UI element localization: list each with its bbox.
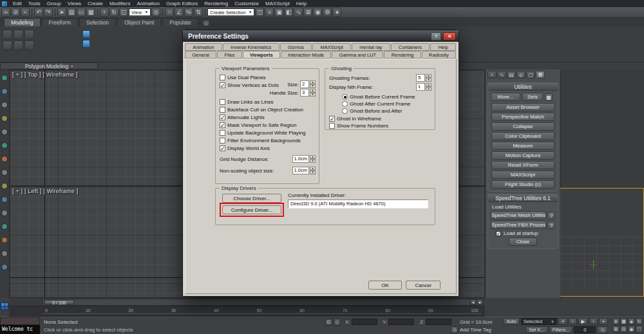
menu-group[interactable]: Group [43,0,64,7]
menu-tools[interactable]: Tools [25,0,44,7]
absolute-offset-toggle-icon[interactable]: ◇ [334,319,341,326]
menu-edit[interactable]: Edit [10,0,25,7]
angle-snap-icon[interactable]: ∠ [175,8,184,17]
window-crossing-icon[interactable]: ▦ [86,8,95,17]
ghost-in-wireframe-checkbox[interactable] [329,116,335,122]
render-setup-icon[interactable]: ⚙ [323,8,332,17]
left-toolbar-icon[interactable] [1,102,8,108]
motion-capture-button[interactable]: Motion Capture [491,151,554,160]
viewport-left-label[interactable]: [ + ] [ Left ] [ Wireframe ] [12,188,78,194]
attenuate-lights-checkbox[interactable] [220,115,225,120]
viewport-top-label[interactable]: [ + ] [ Top ] [ Wireframe ] [12,71,78,78]
perspective-match-button[interactable]: Perspective Match [491,113,554,121]
reset-xform-button[interactable]: Reset XForm [491,161,554,169]
left-toolbar-icon[interactable] [1,183,8,189]
left-toolbar-icon[interactable] [1,129,8,135]
select-and-move-icon[interactable]: + [100,8,109,17]
tab-files[interactable]: Files [217,51,242,59]
select-and-link-icon[interactable]: ∞ [1,8,10,17]
ghost-after-current-frame-radio[interactable] [342,101,348,107]
play-icon[interactable]: ▶ [578,318,589,325]
tab-animation[interactable]: Animation [185,43,222,51]
ribbon-tab-freeform[interactable]: Freeform [42,18,78,26]
reference-coordinate-dropdown[interactable]: View▼ [129,8,151,16]
current-frame-field[interactable]: 0 [574,326,596,333]
previous-frame-icon[interactable]: ‹ [569,318,577,325]
y-field[interactable] [388,319,414,325]
left-toolbar-icon[interactable] [1,169,8,176]
zoom-region-icon[interactable]: ⊞ [612,326,620,333]
ghost-before-current-frame-radio[interactable] [342,94,348,100]
speedtree-fbx-processor-button[interactable]: SpeedTree FBX Processor [491,221,546,229]
render-production-icon[interactable]: ● [332,8,341,17]
schematic-view-icon[interactable]: ⊞ [303,8,312,17]
spinner-snap-icon[interactable]: ⇅ [194,8,203,17]
maximize-viewport-icon[interactable]: ⬚ [636,326,643,333]
display-tab-icon[interactable]: ▢ [526,71,535,79]
left-toolbar-icon[interactable] [1,250,8,257]
next-frame-icon[interactable]: › [589,318,598,325]
select-by-name-icon[interactable]: ▤ [67,8,76,17]
more-button[interactable]: More... [491,93,520,101]
app-icon[interactable] [2,1,7,6]
ribbon-tab-modeling[interactable]: Modeling [4,18,41,26]
ribbon-button[interactable] [24,41,34,50]
undo-icon[interactable]: ↶ [34,8,43,17]
mirror-icon[interactable]: ◫ [255,8,264,17]
speedtree-rollout-header[interactable]: SpeedTree Utilities 6.1 [488,194,558,202]
backface-cull-checkbox[interactable] [220,107,225,113]
selection-lock-icon[interactable]: ⊡ [325,319,332,326]
select-object-icon[interactable]: ➤ [57,8,66,17]
ribbon-button[interactable] [24,30,34,39]
bind-to-space-warp-icon[interactable]: ≈ [21,8,30,17]
track-bar[interactable]: 0 10 20 30 40 50 60 70 80 90 100 [9,306,485,317]
menu-create[interactable]: Create [84,0,106,7]
motion-tab-icon[interactable]: ◎ [516,71,526,79]
close-button[interactable]: Close [509,237,537,246]
dialog-titlebar[interactable]: Preference Settings ? ✕ [183,30,459,42]
help-icon[interactable]: ? [431,32,441,41]
help-icon[interactable]: ? [547,221,555,229]
clock-icon[interactable]: ◷ [451,326,458,333]
create-tab-icon[interactable]: + [488,71,497,79]
percent-snap-icon[interactable]: % [184,8,193,17]
menu-customize[interactable]: Customize [231,0,262,7]
z-field[interactable] [426,319,451,325]
utilities-tab-icon[interactable]: ⚙ [536,71,545,79]
use-dual-planes-checkbox[interactable] [220,75,225,80]
modify-tab-icon[interactable]: ∿ [497,71,506,79]
tab-gamma-lut[interactable]: Gamma and LUT [332,51,383,59]
left-toolbar-icon[interactable] [1,237,8,243]
tab-inverse-kinematics[interactable]: Inverse Kinematics [223,43,279,51]
display-nth-frame-spinner[interactable]: 1▲▼ [416,83,431,91]
zoom-extents-icon[interactable]: ◈ [628,318,635,325]
x-field[interactable] [352,319,377,325]
next-frame-icon[interactable]: ► [477,299,483,305]
set-key-button[interactable]: Set K... [526,326,548,333]
menu-rendering[interactable]: Rendering [201,0,231,7]
nonscaling-object-size-spinner[interactable]: 1.0cm▲▼ [292,167,316,174]
ribbon-button[interactable] [14,41,23,50]
viewport-layout-icon[interactable] [1,302,8,310]
tab-rendering[interactable]: Rendering [384,51,421,59]
time-slider-track[interactable]: 0 / 100 [43,299,478,306]
left-toolbar-icon[interactable] [1,196,8,203]
go-to-start-icon[interactable]: « [558,318,567,325]
grid-nudge-spinner[interactable]: 1.0cm▲▼ [292,155,316,163]
update-background-checkbox[interactable] [220,130,225,136]
ribbon-toggle-icon[interactable]: ◧ [284,8,293,17]
color-clipboard-button[interactable]: Color Clipboard [491,132,554,140]
add-time-tag[interactable]: Add Time Tag [460,327,491,333]
select-and-rotate-icon[interactable]: ↻ [109,8,118,17]
time-configuration-icon[interactable]: ◷ [597,326,608,333]
utilities-config-icon[interactable]: ▦ [545,93,553,101]
orbit-icon[interactable]: ↻ [636,318,643,325]
load-at-startup-checkbox[interactable] [496,231,501,236]
left-toolbar-icon[interactable] [1,75,8,81]
select-and-scale-icon[interactable]: ◱ [119,8,128,17]
ribbon-button[interactable] [14,30,23,39]
mask-viewport-safe-region-checkbox[interactable] [220,122,225,128]
speedtree-mesh-utilities-button[interactable]: SpeedTree Mesh Utilities [491,211,546,219]
zoom-all-icon[interactable]: ▦ [620,318,627,325]
ghosting-frames-spinner[interactable]: 5▲▼ [416,74,431,82]
